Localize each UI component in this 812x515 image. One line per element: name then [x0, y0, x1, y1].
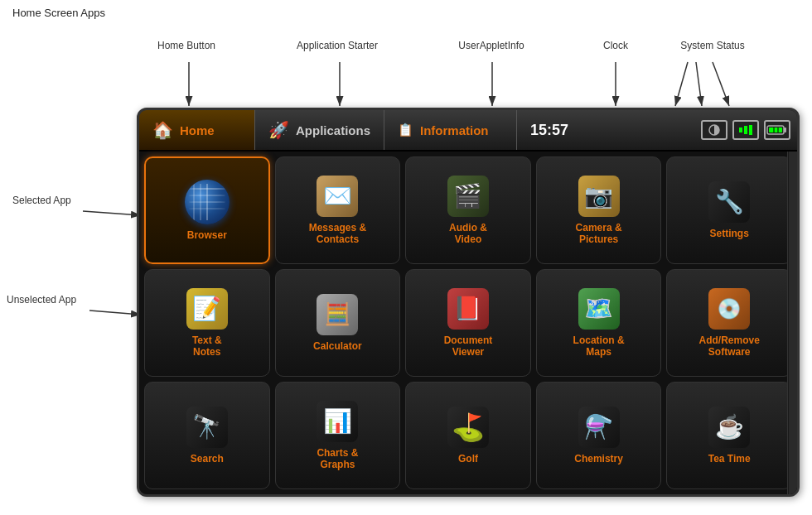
app-document-viewer[interactable]: 📕 DocumentViewer: [405, 269, 531, 377]
app-addremove-label: Add/RemoveSoftware: [699, 335, 760, 359]
tab-home-label: Home: [180, 123, 215, 137]
app-charts-label: Charts &Graphs: [317, 447, 358, 471]
tab-home[interactable]: 🏠 Home: [139, 110, 255, 150]
app-camera-label: Camera &Pictures: [576, 222, 622, 246]
contrast-icon: [701, 120, 727, 140]
app-search[interactable]: 🔭 Search: [144, 382, 270, 489]
svg-line-5: [675, 62, 688, 106]
annotation-unselected-app: Unselected App: [7, 294, 76, 306]
app-messages[interactable]: ✉️ Messages &Contacts: [275, 156, 401, 264]
app-text-notes[interactable]: 📝 Text &Notes: [144, 269, 270, 377]
svg-rect-11: [739, 128, 742, 132]
app-browser[interactable]: Browser: [144, 156, 270, 264]
svg-rect-13: [749, 125, 752, 135]
app-calculator[interactable]: 🧮 Calculator: [275, 269, 401, 377]
clock-display: 15:57: [517, 110, 694, 150]
chemistry-icon: ⚗️: [578, 407, 620, 448]
app-audio-video[interactable]: 🎬 Audio &Video: [405, 156, 531, 264]
tea-icon: ☕: [708, 407, 750, 448]
app-charts[interactable]: 📊 Charts &Graphs: [275, 382, 401, 489]
home-icon: 🏠: [152, 120, 173, 140]
device-frame: 🏠 Home 🚀 Applications 📋 Information 15:5…: [137, 108, 800, 497]
app-av-label: Audio &Video: [449, 222, 487, 246]
tab-applications[interactable]: 🚀 Applications: [255, 110, 384, 150]
globe-icon: [185, 180, 230, 224]
app-location-maps[interactable]: 🗺️ Location &Maps: [536, 269, 662, 377]
tab-applications-label: Applications: [296, 123, 370, 137]
svg-rect-15: [784, 128, 786, 132]
nav-bar: 🏠 Home 🚀 Applications 📋 Information 15:5…: [139, 110, 797, 152]
maps-icon: 🗺️: [578, 288, 620, 330]
app-golf[interactable]: ⛳ Golf: [405, 382, 531, 489]
annotation-app-starter: Application Starter: [292, 40, 383, 51]
app-calculator-label: Calculator: [313, 340, 362, 352]
settings-icon: 🔧: [708, 181, 750, 223]
calc-icon: 🧮: [317, 294, 358, 335]
page-title: Home Screen Apps: [12, 7, 105, 19]
search-icon: 🔭: [186, 407, 228, 448]
annotation-clock: Clock: [587, 40, 645, 51]
app-search-label: Search: [191, 453, 224, 464]
app-notes-label: Text &Notes: [192, 335, 222, 359]
annotation-home-button: Home Button: [153, 40, 220, 51]
svg-line-8: [83, 211, 141, 215]
app-golf-label: Golf: [458, 453, 478, 464]
svg-line-9: [89, 310, 141, 315]
charts-icon: 📊: [317, 401, 358, 442]
svg-line-6: [696, 62, 702, 106]
info-icon: 📋: [398, 123, 413, 137]
app-tea-time[interactable]: ☕ Tea Time: [666, 382, 792, 489]
app-chemistry-label: Chemistry: [574, 453, 623, 464]
golf-icon: ⛳: [447, 407, 489, 448]
svg-rect-16: [769, 128, 782, 132]
camera-icon: 📷: [578, 176, 620, 217]
battery-icon: [764, 120, 790, 140]
app-settings[interactable]: 🔧 Settings: [666, 156, 792, 264]
av-icon: 🎬: [447, 176, 489, 217]
svg-rect-12: [744, 126, 747, 134]
app-messages-label: Messages &Contacts: [309, 222, 366, 246]
addremove-icon: 💿: [708, 288, 750, 330]
app-tea-label: Tea Time: [708, 453, 751, 464]
messages-icon: ✉️: [317, 176, 358, 217]
svg-line-7: [713, 62, 729, 106]
rocket-icon: 🚀: [268, 120, 289, 140]
app-browser-label: Browser: [187, 229, 227, 241]
apps-grid: Browser ✉️ Messages &Contacts 🎬 Audio &V…: [139, 152, 797, 494]
doc-icon: 📕: [447, 288, 489, 330]
app-chemistry[interactable]: ⚗️ Chemistry: [536, 382, 662, 489]
annotation-userapplet: UserAppletInfo: [446, 40, 537, 51]
app-add-remove[interactable]: 💿 Add/RemoveSoftware: [666, 269, 792, 377]
annotation-system-status: System Status: [671, 40, 754, 51]
volume-icon: [732, 120, 759, 140]
status-icons: [694, 110, 797, 150]
app-settings-label: Settings: [710, 228, 749, 239]
app-doc-label: DocumentViewer: [444, 335, 493, 359]
annotation-selected-app: Selected App: [12, 195, 71, 206]
tab-information-label: Information: [420, 123, 489, 137]
scrollbar[interactable]: [787, 152, 797, 494]
app-camera[interactable]: 📷 Camera &Pictures: [536, 156, 662, 264]
app-maps-label: Location &Maps: [573, 335, 625, 359]
tab-information[interactable]: 📋 Information: [384, 110, 517, 150]
scrollbar-thumb[interactable]: [790, 176, 796, 243]
notes-icon: 📝: [186, 288, 228, 330]
